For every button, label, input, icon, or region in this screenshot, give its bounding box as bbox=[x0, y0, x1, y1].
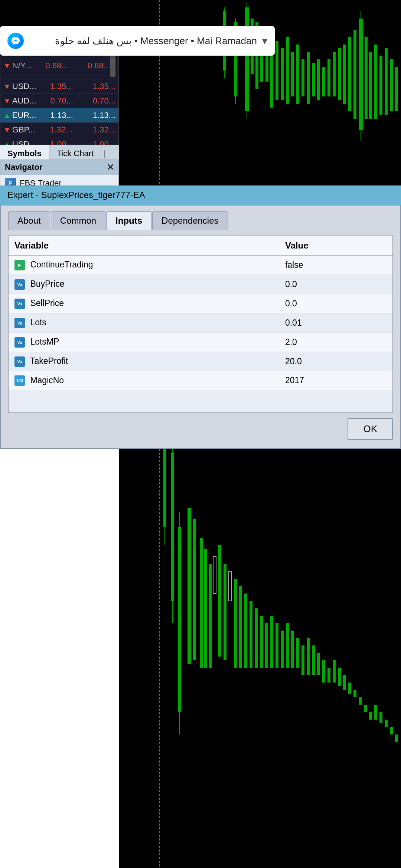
variable-cell: Va TakeProfit bbox=[9, 352, 274, 371]
svg-rect-74 bbox=[301, 645, 304, 675]
empty-cell bbox=[9, 390, 274, 412]
list-item[interactable]: ▼ USD... 1.35... 1.35... bbox=[0, 79, 118, 94]
empty-cell bbox=[274, 390, 392, 412]
value-cell[interactable]: 0.0 bbox=[274, 274, 392, 294]
svg-rect-56 bbox=[209, 564, 212, 668]
svg-rect-62 bbox=[239, 586, 242, 668]
svg-rect-29 bbox=[348, 37, 351, 111]
continue-trading-icon: ► bbox=[14, 260, 25, 270]
svg-rect-52 bbox=[188, 508, 191, 664]
arrow-down-icon: ▼ bbox=[3, 82, 11, 91]
variable-name: TakeProfit bbox=[30, 356, 68, 366]
variable-name: SellPrice bbox=[30, 298, 64, 308]
svg-rect-40 bbox=[395, 67, 398, 111]
svg-rect-36 bbox=[374, 45, 377, 119]
tab-dependencies[interactable]: Dependencies bbox=[152, 211, 228, 230]
messenger-logo-icon bbox=[11, 36, 20, 46]
symbol-bid: 1.13... bbox=[36, 111, 76, 120]
svg-rect-80 bbox=[333, 660, 336, 683]
svg-rect-61 bbox=[234, 579, 237, 668]
svg-rect-72 bbox=[291, 631, 294, 668]
svg-rect-37 bbox=[379, 56, 382, 115]
svg-rect-90 bbox=[385, 720, 388, 727]
svg-rect-77 bbox=[317, 653, 320, 675]
scrollbar-thumb[interactable] bbox=[110, 55, 115, 77]
variable-name: MagicNo bbox=[30, 375, 64, 385]
list-item[interactable]: ▲ EUR... 1.13... 1.13... bbox=[0, 108, 118, 123]
svg-rect-30 bbox=[353, 30, 356, 119]
table-row[interactable]: Va SellPrice 0.0 bbox=[9, 294, 392, 313]
svg-rect-22 bbox=[312, 63, 315, 96]
svg-rect-91 bbox=[390, 727, 393, 734]
svg-rect-19 bbox=[296, 45, 299, 104]
svg-rect-54 bbox=[200, 538, 203, 668]
table-row[interactable]: Va TakeProfit 20.0 bbox=[9, 352, 392, 371]
expert-dialog: Expert - SuplexPrices_tiger777-EA About … bbox=[0, 185, 401, 449]
lots-icon: Va bbox=[14, 318, 25, 328]
svg-rect-24 bbox=[322, 67, 325, 96]
svg-rect-27 bbox=[338, 48, 341, 100]
svg-rect-17 bbox=[286, 37, 289, 104]
svg-rect-76 bbox=[312, 645, 315, 675]
navigator-close-button[interactable]: ✕ bbox=[107, 162, 114, 172]
table-row[interactable]: 123 MagicNo 2017 bbox=[9, 371, 392, 390]
variable-name: ContinueTrading bbox=[30, 260, 93, 269]
table-row[interactable]: Va BuyPrice 0.0 bbox=[9, 274, 392, 294]
messenger-notification[interactable]: Messenger • Mai Ramadan • بس هنلف لفه حل… bbox=[0, 26, 275, 56]
svg-rect-88 bbox=[374, 705, 377, 720]
tab-about[interactable]: About bbox=[8, 211, 50, 230]
symbol-bid: 1.35... bbox=[36, 82, 76, 91]
arrow-up-icon: ▲ bbox=[3, 111, 11, 120]
ok-button[interactable]: OK bbox=[348, 418, 393, 440]
magic-no-icon: 123 bbox=[14, 375, 25, 386]
variable-name: BuyPrice bbox=[30, 279, 64, 289]
svg-rect-57 bbox=[213, 556, 216, 594]
chevron-down-icon[interactable]: ▾ bbox=[262, 35, 267, 47]
svg-rect-65 bbox=[255, 608, 258, 668]
value-cell[interactable]: false bbox=[274, 256, 392, 275]
symbol-bid: 0.70... bbox=[36, 96, 76, 106]
value-cell[interactable]: 0.01 bbox=[274, 313, 392, 332]
svg-rect-89 bbox=[379, 712, 382, 723]
symbol-bid: 1.32... bbox=[35, 125, 76, 135]
tab-common[interactable]: Common bbox=[51, 211, 105, 230]
ok-button-row: OK bbox=[8, 418, 393, 442]
value-cell[interactable]: 0.0 bbox=[274, 294, 392, 313]
scrollbar[interactable] bbox=[110, 55, 115, 77]
svg-rect-67 bbox=[265, 623, 268, 668]
symbol-name: EUR... bbox=[11, 111, 36, 120]
tab-inputs[interactable]: Inputs bbox=[106, 211, 151, 230]
svg-rect-73 bbox=[296, 638, 299, 668]
table-row[interactable]: Va LotsMP 2.0 bbox=[9, 332, 392, 352]
buy-price-icon: Va bbox=[14, 279, 25, 290]
value-cell[interactable]: 2.0 bbox=[274, 332, 392, 352]
expert-tabs: About Common Inputs Dependencies bbox=[8, 211, 393, 230]
variable-cell: Va Lots bbox=[9, 313, 274, 332]
svg-rect-78 bbox=[322, 660, 325, 683]
svg-rect-53 bbox=[193, 519, 196, 660]
white-sidebar-area bbox=[0, 378, 119, 868]
table-row[interactable]: Va Lots 0.01 bbox=[9, 313, 392, 332]
svg-rect-81 bbox=[338, 668, 341, 686]
chart-area-bottom bbox=[119, 378, 401, 868]
value-cell[interactable]: 2017 bbox=[274, 371, 392, 390]
variable-cell: ► ContinueTrading bbox=[9, 256, 274, 275]
svg-rect-26 bbox=[333, 52, 336, 96]
table-header-row: Variable Value bbox=[9, 236, 392, 256]
svg-rect-20 bbox=[301, 59, 304, 96]
variable-column-header: Variable bbox=[9, 236, 274, 256]
list-item[interactable]: ▼ AUD... 0.70... 0.70... bbox=[0, 94, 118, 108]
sell-price-icon: Va bbox=[14, 299, 25, 309]
variable-name: Lots bbox=[30, 318, 46, 327]
svg-rect-46 bbox=[171, 453, 174, 601]
svg-rect-82 bbox=[343, 675, 346, 690]
svg-rect-23 bbox=[317, 59, 320, 100]
value-cell[interactable]: 20.0 bbox=[274, 352, 392, 371]
candlestick-chart-bottom bbox=[119, 378, 401, 868]
table-row[interactable]: ► ContinueTrading false bbox=[9, 256, 392, 275]
list-item[interactable]: ▼ GBP... 1.32... 1.32... bbox=[0, 123, 118, 137]
list-item[interactable]: ▼ N/Y... 0.68... 0.68... bbox=[0, 52, 118, 79]
variable-name: LotsMP bbox=[30, 337, 59, 346]
svg-rect-35 bbox=[369, 52, 372, 119]
svg-rect-64 bbox=[250, 601, 252, 668]
